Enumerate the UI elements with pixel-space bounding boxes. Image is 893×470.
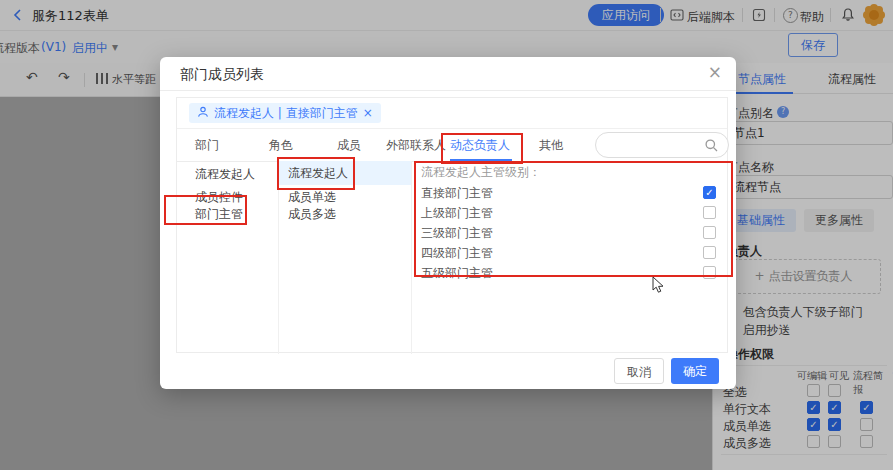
confirm-button[interactable]: 确定: [671, 358, 719, 384]
annotation-box-flow-initiator: [277, 157, 355, 190]
tab-role[interactable]: 角色: [269, 137, 293, 154]
annotation-box-department-manager: [164, 195, 247, 225]
user-icon: [197, 106, 209, 121]
dialog-title: 部门成员列表: [180, 66, 264, 84]
source-type-list: 流程发起人 成员控件 部门主管: [177, 161, 279, 354]
chip-remove-icon[interactable]: ×: [363, 106, 373, 120]
divider: [160, 90, 736, 91]
tab-member[interactable]: 成员: [337, 137, 361, 154]
list-item[interactable]: 流程发起人: [177, 164, 278, 185]
mouse-cursor: [652, 276, 666, 297]
cancel-button[interactable]: 取消: [614, 358, 664, 384]
search-input[interactable]: [608, 136, 707, 156]
list-item[interactable]: 成员多选: [278, 204, 411, 225]
search-box: [595, 132, 729, 158]
annotation-box-dynamic-owner-tab: [441, 133, 523, 164]
selected-member-chip[interactable]: 流程发起人 | 直接部门主管 ×: [189, 103, 381, 123]
annotation-box-level-panel: [414, 161, 733, 277]
chip-label: 流程发起人 | 直接部门主管: [214, 105, 358, 122]
app-root: 服务112表单 应用访问 后端脚本 ? 帮助 流程版本 (V1) 启用中 ▾ 保…: [0, 0, 893, 470]
search-icon[interactable]: [704, 138, 719, 156]
tab-other[interactable]: 其他: [539, 137, 563, 154]
selected-chips-row: 流程发起人 | 直接部门主管 ×: [177, 98, 727, 129]
tab-department[interactable]: 部门: [195, 137, 219, 154]
close-icon[interactable]: ×: [708, 62, 722, 82]
tab-external-contacts[interactable]: 外部联系人: [386, 137, 446, 154]
